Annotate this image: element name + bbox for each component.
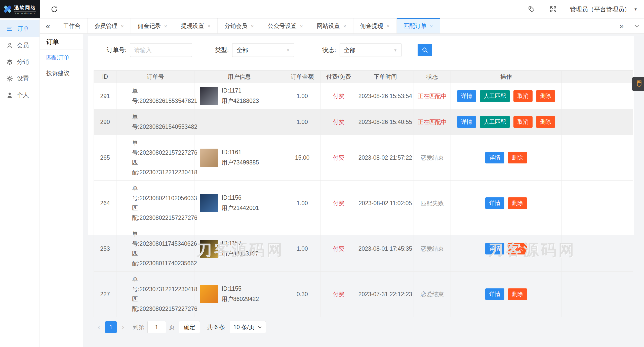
sidebar-item-settings[interactable]: 设置: [0, 70, 39, 87]
cell-amount: 15.00: [284, 135, 320, 181]
cell-empty: [562, 83, 633, 109]
delete-button[interactable]: 删除: [536, 90, 555, 102]
tab-label: 佣金提现: [360, 22, 383, 30]
cell-actions: 详情删除: [451, 272, 562, 317]
cell-id: 265: [94, 135, 116, 181]
user-menu[interactable]: 管理员（平台管理员） ▼: [570, 5, 637, 13]
goto-page-input[interactable]: [147, 321, 166, 333]
sidebar-item-orders[interactable]: 订单: [0, 20, 39, 37]
close-icon[interactable]: ×: [251, 23, 254, 29]
menu-item[interactable]: 匹配订单: [40, 50, 83, 65]
table-row: 253单号:202308011745340626匹配:2023080117402…: [94, 226, 633, 272]
tabs-collapse-icon[interactable]: «: [40, 18, 56, 33]
cell-status: 正在匹配中: [414, 83, 451, 109]
user-name: 用户86029422: [222, 295, 259, 303]
detail-button[interactable]: 详情: [457, 116, 476, 128]
status-select[interactable]: 全部 ▼: [340, 43, 401, 57]
tab-1[interactable]: 工作台: [56, 18, 88, 33]
order-line: 单号:202308261540553482: [132, 112, 194, 132]
cell-fee-type: 付费: [320, 226, 357, 272]
delete-button[interactable]: 删除: [508, 197, 527, 209]
close-icon[interactable]: ×: [121, 23, 124, 29]
cell-user-info: ID:1155用户86029422: [194, 272, 284, 317]
tab-9[interactable]: 匹配订单×: [397, 18, 440, 33]
table-row: 290单号:2023082615405534821.00付费2023-08-26…: [94, 109, 633, 135]
cell-status: 恋爱结束: [414, 135, 451, 181]
cell-order-no: 单号:202308022157227276匹配:2023073122122304…: [116, 135, 194, 181]
close-icon[interactable]: ×: [164, 23, 167, 29]
sidebar-item-members[interactable]: 会员: [0, 37, 39, 54]
close-icon[interactable]: ×: [300, 23, 303, 29]
tab-7[interactable]: 网站设置×: [310, 18, 353, 33]
tab-4[interactable]: 提现设置×: [174, 18, 218, 33]
tab-label: 公众号设置: [268, 22, 297, 30]
prev-page-icon[interactable]: ‹: [94, 323, 104, 331]
order-line: 匹配:202308022157227276: [132, 294, 194, 314]
tabs-more-icon[interactable]: »: [614, 18, 629, 33]
user-id: ID:1156: [222, 194, 259, 201]
cancel-button[interactable]: 取消: [513, 116, 533, 128]
page-size-select[interactable]: 10 条/页: [230, 321, 266, 333]
user-name: 用户73499885: [222, 159, 259, 166]
sidebar-item-distribution[interactable]: 分销: [0, 54, 39, 70]
chevron-down-icon: ▼: [634, 7, 637, 11]
refresh-icon[interactable]: [49, 4, 59, 14]
sidebar: 订单会员分销设置个人: [0, 18, 40, 347]
close-icon[interactable]: ×: [430, 23, 433, 29]
tab-label: 提现设置: [181, 22, 204, 30]
tab-2[interactable]: 会员管理×: [88, 18, 131, 33]
avatar: [200, 285, 218, 303]
menu-item[interactable]: 投诉建议: [40, 65, 83, 81]
user-icon: [6, 42, 13, 49]
delete-button[interactable]: 删除: [508, 288, 527, 300]
order-line: 匹配:202308011740235662: [132, 249, 194, 268]
goto-confirm-button[interactable]: 确定: [179, 321, 200, 333]
close-icon[interactable]: ×: [387, 23, 390, 29]
tab-3[interactable]: 佣金记录×: [131, 18, 174, 33]
manual-match-button[interactable]: 人工匹配: [480, 90, 510, 102]
cell-status: 正在匹配中: [414, 109, 451, 135]
detail-button[interactable]: 详情: [485, 243, 504, 254]
cell-order-no: 单号:202308261540553482: [116, 109, 194, 135]
cell-order-no: 单号:202308261553547821: [116, 83, 194, 109]
page-number-active[interactable]: 1: [105, 321, 117, 333]
tab-5[interactable]: 分销会员×: [218, 18, 261, 33]
order-no-input[interactable]: [130, 43, 192, 57]
tab-6[interactable]: 公众号设置×: [261, 18, 310, 33]
cell-fee-type: 付费: [320, 135, 357, 181]
type-select[interactable]: 全部 ▼: [232, 43, 294, 57]
detail-button[interactable]: 详情: [485, 197, 504, 209]
cell-id: 290: [94, 109, 116, 135]
tab-8[interactable]: 佣金提现×: [353, 18, 397, 33]
cell-user-info: ID:1157用户44113197: [194, 226, 284, 272]
sidebar-item-profile[interactable]: 个人: [0, 87, 39, 103]
detail-button[interactable]: 详情: [457, 90, 476, 102]
column-header: ID: [94, 71, 116, 83]
cell-fee-type: 付费: [320, 181, 357, 226]
table-header-row: ID订单号用户信息订单金额付费/免费下单时间状态操作: [94, 71, 633, 83]
chevron-down-icon: [258, 325, 262, 329]
detail-button[interactable]: 详情: [485, 152, 504, 163]
goto-label: 到第: [133, 323, 144, 331]
cancel-button[interactable]: 取消: [513, 90, 533, 102]
cell-order-no: 单号:202308011745340626匹配:2023080117402356…: [116, 226, 194, 272]
floating-widget-button[interactable]: [632, 77, 644, 91]
user-name: 用户44113197: [222, 250, 259, 257]
cell-id: 253: [94, 226, 116, 272]
sidebar-item-label: 个人: [17, 91, 29, 99]
search-button[interactable]: [418, 44, 432, 56]
order-line: 单号:202308021102056033: [132, 184, 194, 203]
delete-button[interactable]: 删除: [536, 116, 555, 128]
manual-match-button[interactable]: 人工匹配: [480, 116, 510, 128]
tag-icon[interactable]: [527, 4, 537, 14]
sidebar-item-label: 分销: [17, 58, 29, 66]
next-page-icon[interactable]: ›: [118, 323, 128, 331]
cell-user-info: ID:1171用户42188023: [194, 83, 284, 109]
close-icon[interactable]: ×: [343, 23, 346, 29]
fullscreen-icon[interactable]: [548, 4, 558, 14]
tabs-dropdown-icon[interactable]: [629, 18, 644, 33]
detail-button[interactable]: 详情: [485, 288, 504, 300]
close-icon[interactable]: ×: [208, 23, 211, 29]
delete-button[interactable]: 删除: [508, 152, 527, 163]
delete-button[interactable]: 删除: [508, 243, 527, 254]
